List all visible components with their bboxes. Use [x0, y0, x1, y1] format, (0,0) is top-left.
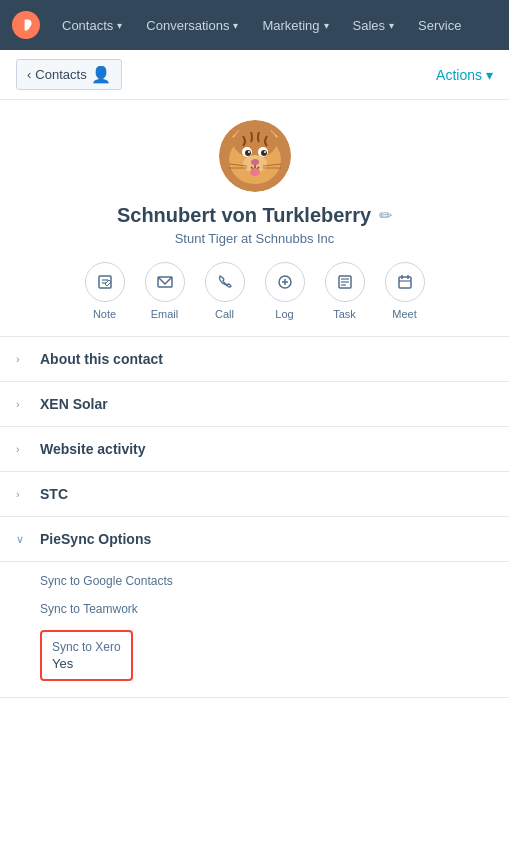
- sync-xero-label: Sync to Xero: [52, 640, 121, 654]
- email-icon: [145, 262, 185, 302]
- user-icon: 👤: [91, 65, 111, 84]
- meet-icon: [385, 262, 425, 302]
- xen-title: XEN Solar: [40, 396, 108, 412]
- piesync-title: PieSync Options: [40, 531, 151, 547]
- sync-google-field: Sync to Google Contacts: [40, 574, 493, 588]
- conversations-chevron-icon: ▾: [233, 20, 238, 31]
- sync-teamwork-field: Sync to Teamwork: [40, 602, 493, 616]
- svg-point-16: [251, 159, 259, 165]
- sync-teamwork-label: Sync to Teamwork: [40, 602, 493, 616]
- svg-point-1: [25, 25, 29, 29]
- contact-name: Schnubert von Turkleberry: [117, 204, 371, 227]
- svg-point-22: [250, 168, 260, 176]
- website-chevron-icon: ›: [16, 443, 30, 455]
- profile-section: Schnubert von Turkleberry ✏ Stunt Tiger …: [0, 100, 509, 337]
- back-chevron-icon: ‹: [27, 67, 31, 82]
- marketing-chevron-icon: ▾: [324, 20, 329, 31]
- log-label: Log: [275, 308, 293, 320]
- call-label: Call: [215, 308, 234, 320]
- back-to-contacts-button[interactable]: ‹ Contacts 👤: [16, 59, 122, 90]
- nav-sales[interactable]: Sales ▾: [343, 12, 405, 39]
- log-button[interactable]: Log: [265, 262, 305, 320]
- piesync-chevron-icon: ∨: [16, 533, 30, 546]
- piesync-header[interactable]: ∨ PieSync Options: [0, 517, 509, 562]
- log-icon: [265, 262, 305, 302]
- call-icon: [205, 262, 245, 302]
- svg-point-13: [248, 151, 250, 153]
- stc-chevron-icon: ›: [16, 488, 30, 500]
- contact-name-row: Schnubert von Turkleberry ✏: [117, 204, 392, 227]
- svg-point-8: [233, 126, 277, 158]
- note-button[interactable]: Note: [85, 262, 125, 320]
- svg-point-11: [245, 150, 251, 156]
- hubspot-logo[interactable]: [12, 11, 40, 39]
- sections-list: › About this contact › XEN Solar › Websi…: [0, 337, 509, 517]
- task-icon: [325, 262, 365, 302]
- sync-xero-highlighted: Sync to Xero Yes: [40, 630, 133, 681]
- svg-rect-23: [99, 276, 111, 288]
- actions-button[interactable]: Actions ▾: [436, 67, 493, 83]
- xen-chevron-icon: ›: [16, 398, 30, 410]
- task-label: Task: [333, 308, 356, 320]
- contacts-chevron-icon: ▾: [117, 20, 122, 31]
- meet-label: Meet: [392, 308, 416, 320]
- meet-button[interactable]: Meet: [385, 262, 425, 320]
- piesync-section: ∨ PieSync Options Sync to Google Contact…: [0, 517, 509, 698]
- website-title: Website activity: [40, 441, 146, 457]
- nav-marketing[interactable]: Marketing ▾: [252, 12, 338, 39]
- note-icon: [85, 262, 125, 302]
- avatar: [219, 120, 291, 192]
- action-buttons-row: Note Email Call: [85, 262, 425, 320]
- svg-point-14: [264, 151, 266, 153]
- edit-name-icon[interactable]: ✏: [379, 206, 392, 225]
- section-stc[interactable]: › STC: [0, 472, 509, 517]
- top-nav: Contacts ▾ Conversations ▾ Marketing ▾ S…: [0, 0, 509, 50]
- about-title: About this contact: [40, 351, 163, 367]
- breadcrumb-label: Contacts: [35, 67, 86, 82]
- contact-title: Stunt Tiger at Schnubbs Inc: [175, 231, 335, 246]
- stc-title: STC: [40, 486, 68, 502]
- svg-rect-34: [399, 277, 411, 288]
- piesync-content: Sync to Google Contacts Sync to Teamwork…: [0, 562, 509, 697]
- sync-google-label: Sync to Google Contacts: [40, 574, 493, 588]
- nav-contacts[interactable]: Contacts ▾: [52, 12, 132, 39]
- section-xen-solar[interactable]: › XEN Solar: [0, 382, 509, 427]
- sync-xero-value: Yes: [52, 656, 121, 671]
- breadcrumb-bar: ‹ Contacts 👤 Actions ▾: [0, 50, 509, 100]
- actions-chevron-icon: ▾: [486, 67, 493, 83]
- about-chevron-icon: ›: [16, 353, 30, 365]
- nav-service[interactable]: Service: [408, 12, 471, 39]
- svg-point-12: [261, 150, 267, 156]
- email-label: Email: [151, 308, 179, 320]
- call-button[interactable]: Call: [205, 262, 245, 320]
- sales-chevron-icon: ▾: [389, 20, 394, 31]
- section-about[interactable]: › About this contact: [0, 337, 509, 382]
- email-button[interactable]: Email: [145, 262, 185, 320]
- task-button[interactable]: Task: [325, 262, 365, 320]
- nav-conversations[interactable]: Conversations ▾: [136, 12, 248, 39]
- note-label: Note: [93, 308, 116, 320]
- section-website-activity[interactable]: › Website activity: [0, 427, 509, 472]
